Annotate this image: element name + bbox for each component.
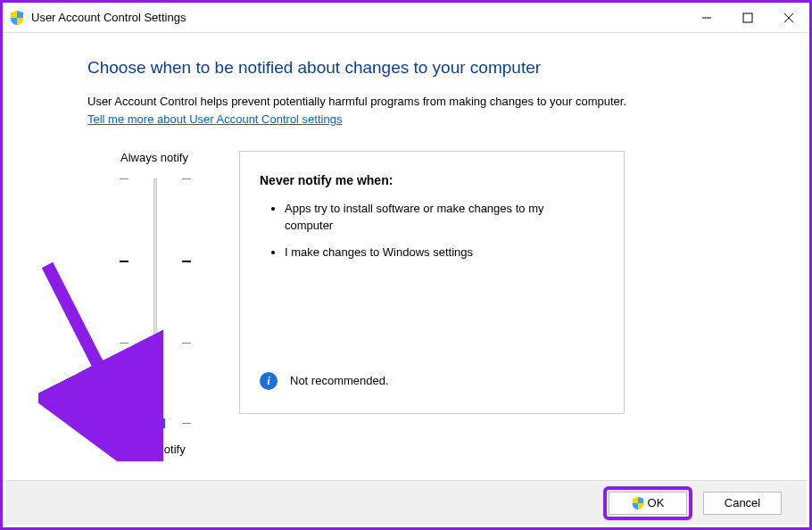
content-area: Choose when to be notified about changes… bbox=[3, 33, 809, 456]
slider-thumb[interactable] bbox=[145, 418, 165, 428]
slider-tick bbox=[120, 261, 191, 262]
info-heading: Never notify me when: bbox=[260, 173, 604, 187]
page-heading: Choose when to be notified about changes… bbox=[87, 58, 766, 78]
info-panel: Never notify me when: Apps try to instal… bbox=[239, 151, 625, 414]
titlebar: User Account Control Settings bbox=[3, 3, 809, 33]
slider-label-top: Always notify bbox=[105, 151, 203, 164]
minimize-button[interactable] bbox=[686, 3, 727, 33]
uac-shield-icon bbox=[10, 11, 24, 25]
info-bullet: Apps try to install software or make cha… bbox=[285, 200, 604, 235]
body-row: Always notify Never notify Never notify … bbox=[87, 151, 766, 456]
slider-column: Always notify Never notify bbox=[87, 151, 239, 456]
info-icon: i bbox=[260, 372, 278, 390]
recommendation-note: i Not recommended. bbox=[260, 372, 604, 397]
slider-label-bottom: Never notify bbox=[105, 443, 203, 456]
button-bar: OK Cancel bbox=[5, 480, 807, 525]
slider-tick bbox=[120, 343, 191, 344]
close-button[interactable] bbox=[768, 3, 809, 33]
cancel-button-label: Cancel bbox=[725, 496, 760, 509]
window-buttons bbox=[686, 3, 809, 33]
info-bullet: I make changes to Windows settings bbox=[285, 244, 604, 261]
info-bullet-list: Apps try to install software or make cha… bbox=[260, 200, 604, 270]
description-text: User Account Control helps prevent poten… bbox=[87, 94, 766, 111]
slider-tick bbox=[120, 178, 191, 179]
maximize-button[interactable] bbox=[727, 3, 768, 33]
uac-shield-icon bbox=[632, 497, 644, 509]
ok-button[interactable]: OK bbox=[609, 492, 687, 515]
slider-track-bg bbox=[153, 178, 157, 428]
recommendation-text: Not recommended. bbox=[290, 374, 389, 387]
cancel-button[interactable]: Cancel bbox=[703, 492, 782, 515]
ok-button-highlight: OK bbox=[603, 486, 692, 520]
ok-button-label: OK bbox=[648, 496, 665, 509]
svg-rect-0 bbox=[743, 13, 752, 22]
uac-settings-window: User Account Control Settings Choose whe… bbox=[0, 0, 812, 530]
help-link[interactable]: Tell me more about User Account Control … bbox=[87, 112, 342, 126]
notification-slider[interactable] bbox=[120, 175, 191, 434]
window-title: User Account Control Settings bbox=[31, 11, 186, 24]
